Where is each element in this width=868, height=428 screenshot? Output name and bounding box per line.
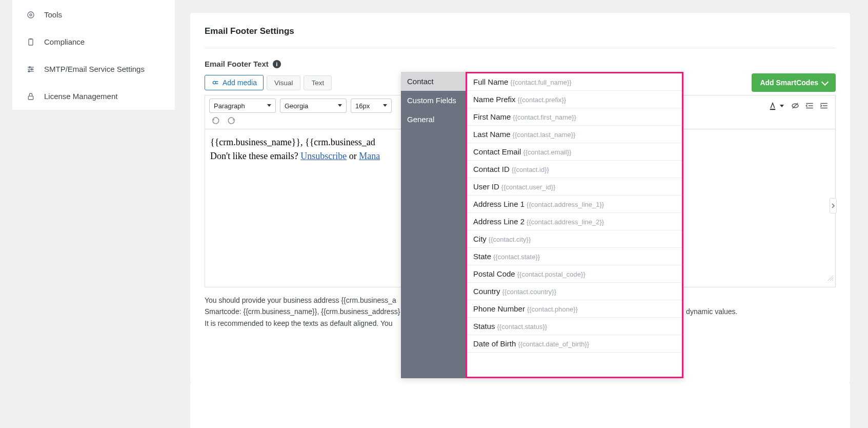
dropdown-item[interactable]: User ID{{contact.user_id}}: [467, 178, 682, 196]
sidebar-item-label: License Management: [44, 92, 117, 101]
font-size-select[interactable]: 16px: [351, 99, 392, 113]
dropdown-item-code: {{contact.last_name}}: [513, 131, 576, 139]
dropdown-item[interactable]: Address Line 1{{contact.address_line_1}}: [467, 196, 682, 213]
toolbar-text-color[interactable]: [765, 99, 780, 113]
unsubscribe-link[interactable]: Unsubscribe: [300, 151, 347, 161]
dropdown-item-label: Postal Code: [473, 269, 515, 278]
dropdown-item-code: {{contact.email}}: [523, 148, 571, 156]
svg-point-11: [213, 81, 215, 84]
manage-link[interactable]: Mana: [359, 151, 380, 161]
chevron-down-icon: [821, 78, 829, 85]
panel-title: Email Footer Settings: [205, 26, 836, 48]
dropdown-item-label: Address Line 1: [473, 200, 524, 208]
undo-button[interactable]: [211, 116, 220, 127]
dropdown-item-code: {{contact.city}}: [489, 236, 531, 243]
dropdown-category-contact[interactable]: Contact: [401, 72, 466, 91]
dropdown-item[interactable]: City{{contact.city}}: [467, 230, 682, 248]
info-icon[interactable]: i: [273, 60, 281, 68]
dropdown-item-code: {{contact.country}}: [502, 288, 557, 296]
media-icon: [211, 79, 219, 87]
sidebar-item-compliance[interactable]: Compliance: [12, 28, 175, 55]
font-select-value: Georgia: [285, 102, 308, 110]
smartcodes-dropdown: Contact Custom Fields General Full Name{…: [401, 72, 683, 378]
dropdown-item-code: {{contact.first_name}}: [513, 113, 576, 121]
svg-rect-10: [28, 96, 33, 100]
dropdown-item-code: {{contact.phone}}: [527, 305, 578, 313]
field-label: Email Footer Text: [205, 60, 269, 68]
svg-point-1: [30, 14, 32, 16]
dropdown-items-list: Full Name{{contact.full_name}}Name Prefi…: [466, 72, 683, 378]
clipboard-icon: [27, 38, 35, 46]
dropdown-item[interactable]: Last Name{{contact.last_name}}: [467, 126, 682, 143]
dropdown-item[interactable]: Status{{contact.status}}: [467, 318, 682, 335]
dropdown-item[interactable]: Postal Code{{contact.postal_code}}: [467, 265, 682, 283]
dropdown-item-code: {{contact.postal_code}}: [517, 270, 586, 278]
dropdown-item[interactable]: First Name{{contact.first_name}}: [467, 108, 682, 126]
dropdown-item-label: Country: [473, 287, 500, 296]
dropdown-item-label: Last Name: [473, 130, 511, 139]
add-smartcodes-button[interactable]: Add SmartCodes: [752, 73, 836, 92]
dropdown-item-code: {{contact.date_of_birth}}: [518, 340, 589, 348]
dropdown-item-label: Full Name: [473, 77, 508, 86]
svg-point-9: [28, 70, 30, 72]
dropdown-item-code: {{contact.prefix}}: [518, 96, 567, 104]
svg-rect-3: [30, 38, 32, 40]
format-select[interactable]: Paragraph: [209, 99, 276, 113]
dropdown-categories: Contact Custom Fields General: [401, 72, 466, 378]
dropdown-item[interactable]: Date of Birth{{contact.date_of_birth}}: [467, 335, 682, 353]
dropdown-item-label: First Name: [473, 112, 511, 121]
dropdown-item-code: {{contact.id}}: [512, 166, 549, 173]
caret-icon[interactable]: [780, 105, 784, 107]
toolbar-clear-format[interactable]: [788, 99, 802, 113]
toolbar-outdent[interactable]: [802, 99, 817, 113]
dropdown-item-label: Contact ID: [473, 165, 510, 173]
gear-icon: [27, 11, 35, 19]
font-size-value: 16px: [355, 102, 370, 110]
hint-text: dynamic values.: [686, 307, 737, 316]
svg-line-23: [832, 280, 833, 281]
redo-button[interactable]: [227, 116, 236, 127]
dropdown-item-code: {{contact.address_line_2}}: [527, 218, 604, 226]
dropdown-item-label: Phone Number: [473, 304, 525, 313]
dropdown-item[interactable]: Name Prefix{{contact.prefix}}: [467, 91, 682, 108]
dropdown-item-label: Address Line 2: [473, 217, 524, 226]
dropdown-item[interactable]: Full Name{{contact.full_name}}: [467, 73, 682, 91]
editor-text: Don't like these emails?: [210, 151, 300, 161]
svg-point-5: [29, 66, 31, 68]
toolbar-expand-right[interactable]: [830, 198, 837, 213]
dropdown-item-code: {{contact.user_id}}: [501, 183, 556, 191]
dropdown-item[interactable]: Contact ID{{contact.id}}: [467, 161, 682, 178]
resize-handle-icon[interactable]: [827, 271, 833, 285]
next-panel-placeholder: [190, 382, 850, 428]
sidebar-item-label: SMTP/Email Service Settings: [44, 65, 145, 73]
hint-text: Smartcode: {{crm.business_name}}, {{crm.…: [205, 307, 400, 316]
tab-visual[interactable]: Visual: [267, 75, 301, 90]
caret-icon: [383, 104, 387, 107]
toolbar-indent[interactable]: [817, 99, 831, 113]
svg-point-7: [31, 68, 33, 70]
add-media-label: Add media: [223, 79, 257, 87]
dropdown-item[interactable]: Phone Number{{contact.phone}}: [467, 300, 682, 318]
sidebar-item-license[interactable]: License Management: [12, 83, 175, 110]
dropdown-item[interactable]: State{{contact.state}}: [467, 248, 682, 265]
tab-text[interactable]: Text: [304, 75, 332, 90]
font-select[interactable]: Georgia: [280, 99, 347, 113]
editor-text: or: [347, 151, 359, 161]
svg-rect-2: [29, 39, 33, 45]
dropdown-item[interactable]: Contact Email{{contact.email}}: [467, 143, 682, 161]
dropdown-item-label: Contact Email: [473, 147, 521, 156]
format-select-value: Paragraph: [214, 102, 245, 110]
dropdown-item[interactable]: Country{{contact.country}}: [467, 283, 682, 300]
dropdown-category-general[interactable]: General: [401, 110, 466, 129]
dropdown-item-label: City: [473, 235, 487, 243]
dropdown-category-custom-fields[interactable]: Custom Fields: [401, 91, 466, 110]
caret-icon: [338, 104, 342, 107]
sidebar-item-smtp[interactable]: SMTP/Email Service Settings: [12, 55, 175, 83]
dropdown-item-label: Date of Birth: [473, 339, 516, 348]
dropdown-item[interactable]: Address Line 2{{contact.address_line_2}}: [467, 213, 682, 230]
dropdown-item-code: {{contact.state}}: [493, 253, 540, 261]
editor-mode-tabs: Visual Text: [267, 75, 332, 90]
sidebar-item-tools[interactable]: Tools: [12, 1, 175, 28]
add-media-button[interactable]: Add media: [205, 75, 264, 90]
dropdown-item-label: User ID: [473, 182, 499, 191]
